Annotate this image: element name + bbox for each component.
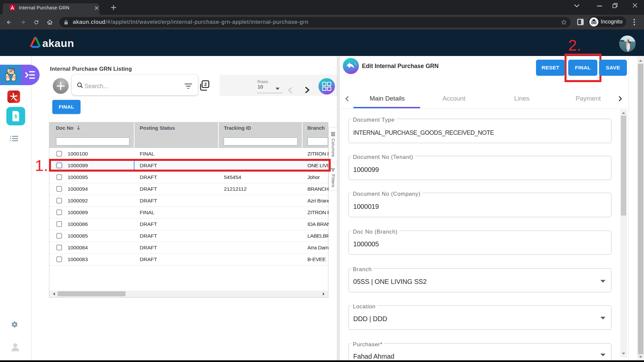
svg-text:2: 2	[204, 82, 207, 87]
svg-text:$: $	[14, 114, 17, 119]
